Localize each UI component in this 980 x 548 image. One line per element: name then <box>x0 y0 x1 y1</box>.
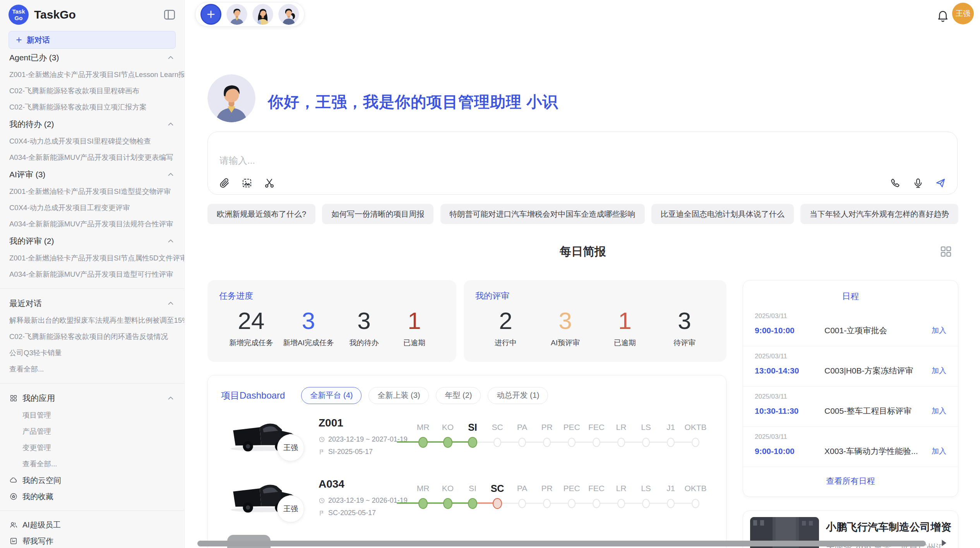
milestone-label: MR <box>417 483 430 493</box>
sidebar-section: Agent已办 (3) Z001-全新燃油皮卡产品开发项目SI节点Lesson … <box>0 49 184 115</box>
add-conversation-button[interactable] <box>200 4 221 25</box>
join-meeting-link[interactable]: 加入 <box>932 406 946 416</box>
suggestion-chip[interactable]: 欧洲新规最近颁布了什么? <box>207 204 315 224</box>
stat: 1 已逾期 <box>605 308 645 348</box>
screenshot-scissors-icon[interactable] <box>263 176 276 190</box>
dashboard-filter-chip[interactable]: 全新平台 (4) <box>301 387 362 404</box>
microphone-icon[interactable] <box>911 176 925 190</box>
schedule-time: 9:00-10:00 <box>755 447 824 456</box>
recent-section-header[interactable]: 最近对话 <box>0 295 184 312</box>
divider <box>0 383 184 384</box>
new-chat-label: 新对话 <box>27 35 50 45</box>
milestone-label: J1 <box>666 422 675 432</box>
milestone-dot <box>443 498 452 509</box>
schedule-meeting-title: X003-车辆动力学性能验... <box>824 446 932 457</box>
schedule-time: 10:30-11:30 <box>755 406 824 416</box>
sidebar-task-item[interactable]: Z001-全新燃油皮卡产品开发项目SI节点Lesson Learn报告 <box>0 67 184 83</box>
sidebar-task-item[interactable]: C0X4-动力总成开发项目SI里程碑提交物检查 <box>0 133 184 149</box>
sidebar-task-sections: Agent已办 (3) Z001-全新燃油皮卡产品开发项目SI节点Lesson … <box>0 49 184 283</box>
sidebar-collapse-button[interactable] <box>163 8 176 22</box>
stat-label: 我的待办 <box>344 338 384 348</box>
milestone-label: LR <box>616 483 627 493</box>
project-milestone-flag: SC-2025-05-17 <box>319 509 376 517</box>
notifications-bell-icon[interactable] <box>936 9 950 22</box>
stat: 3 新增AI完成任务 <box>283 308 334 348</box>
dashboard-filter-chip[interactable]: 动总开发 (1) <box>488 387 548 404</box>
avatar-woman-ponytail[interactable] <box>278 4 299 25</box>
sidebar-section-header[interactable]: AI评审 (3) <box>0 166 184 183</box>
recent-conversation-item[interactable]: 解释最新出台的欧盟报废车法规再生塑料比例被调至15%... <box>0 312 184 329</box>
app-link-item[interactable]: 项目管理 <box>0 407 184 423</box>
sidebar-section-header[interactable]: Agent已办 (3) <box>0 49 184 67</box>
app-link-item[interactable]: 产品管理 <box>0 423 184 440</box>
app-link-item[interactable]: 变更管理 <box>0 440 184 456</box>
avatar-woman-long-hair[interactable] <box>252 4 273 25</box>
user-avatar[interactable]: 王强 <box>952 3 974 24</box>
sidebar-task-item[interactable]: C0X4-动力总成开发项目工程变更评审 <box>0 200 184 216</box>
my-apps-section: 我的应用 项目管理产品管理变更管理查看全部... <box>0 389 184 472</box>
sidebar-tool-item[interactable]: AI超级员工 <box>0 517 184 533</box>
horizontal-scrollbar[interactable] <box>194 540 937 547</box>
sidebar-task-item[interactable]: C02-飞腾新能源轻客改款项目立项汇报方案 <box>0 99 184 115</box>
join-meeting-link[interactable]: 加入 <box>932 446 946 456</box>
voice-call-icon[interactable] <box>889 176 902 190</box>
milestone-dot <box>692 438 699 447</box>
milestone-dot <box>593 438 600 447</box>
dashboard-filter-chip[interactable]: 全新上装 (3) <box>368 387 429 404</box>
stat-label: 新增完成任务 <box>229 338 273 348</box>
sidebar-task-item[interactable]: A034-全新新能源MUV产品开发项目计划变更表编写 <box>0 149 184 166</box>
sidebar-section-header[interactable]: 我的待办 (2) <box>0 115 184 133</box>
avatar-man[interactable] <box>226 4 247 25</box>
insert-image-icon[interactable] <box>240 176 254 190</box>
join-meeting-link[interactable]: 加入 <box>932 325 946 336</box>
sidebar-task-item[interactable]: A034-全新新能源MUV产品开发项目造型可行性评审 <box>0 266 184 283</box>
suggestion-chip[interactable]: 当下年轻人对汽车外观有怎样的喜好趋势 <box>800 204 958 224</box>
sidebar-task-item[interactable]: A034-全新新能源MUV产品开发项目法规符合性评审 <box>0 216 184 232</box>
app-link-item[interactable]: 查看全部... <box>0 456 184 472</box>
sidebar-task-item[interactable]: Z001-全新燃油轻卡产品开发项目SI造型提交物评审 <box>0 183 184 200</box>
milestone-label: SC <box>491 483 504 493</box>
dashboard-filter-chip[interactable]: 年型 (2) <box>436 387 481 404</box>
chat-input[interactable] <box>219 154 839 178</box>
sidebar-task-item[interactable]: Z001-全新燃油轻卡产品开发项目SI节点属性5D文件评审 <box>0 250 184 266</box>
suggestion-chip[interactable]: 如何写一份清晰的项目周报 <box>322 204 433 224</box>
scroll-right-arrow-icon[interactable] <box>938 538 949 548</box>
schedule-item: 2025/03/11 10:30-11:30 C005-整车工程目标评审 加入 <box>743 387 958 427</box>
chevron-up-icon <box>166 394 175 402</box>
send-icon[interactable] <box>934 176 947 190</box>
stats-card: 我的评审 2 进行中 3 AI预评审 1 已逾期 3 待评审 <box>464 280 726 362</box>
milestone-label: PA <box>517 483 527 493</box>
attach-file-icon[interactable] <box>218 176 231 190</box>
project-code: Z001 <box>319 417 343 429</box>
suggestion-chip[interactable]: 比亚迪全固态电池计划具体说了什么 <box>651 204 794 224</box>
scrollbar-thumb[interactable] <box>197 541 926 546</box>
people-icon <box>9 521 18 529</box>
schedule-date: 2025/03/11 <box>755 353 946 360</box>
stat-label: 新增AI完成任务 <box>283 338 334 348</box>
milestone-dot <box>667 438 675 447</box>
recent-conversation-item[interactable]: C02-飞腾新能源轻客改款项目的闭环通告反馈情况 <box>0 329 184 345</box>
join-meeting-link[interactable]: 加入 <box>932 366 946 376</box>
milestone-label: SI <box>469 483 476 493</box>
sidebar-menu-item[interactable]: 我的云空间 <box>0 472 184 488</box>
suggestion-chip[interactable]: 特朗普可能对进口汽车增税会对中国车企造成哪些影响 <box>440 204 645 224</box>
milestone-dot <box>642 499 650 508</box>
stats-row: 任务进度 24 新增完成任务 3 新增AI完成任务 3 我的待办 1 已逾期 我… <box>207 280 726 362</box>
milestone-dot <box>493 438 501 447</box>
sidebar-task-item[interactable]: C02-飞腾新能源轻客改款项目里程碑画布 <box>0 83 184 99</box>
stat-value: 3 <box>664 308 705 333</box>
recent-conversation-item[interactable]: 公司Q3轻卡销量 <box>0 345 184 361</box>
sidebar-menu-label: 我的云空间 <box>22 475 61 486</box>
sidebar-tool-item[interactable]: 帮我写作 <box>0 533 184 548</box>
view-all-conversations-link[interactable]: 查看全部... <box>0 361 184 377</box>
milestone-label: FEC <box>588 483 605 493</box>
view-all-schedule-link[interactable]: 查看所有日程 <box>743 476 958 486</box>
project-owner-badge: 王强 <box>277 434 304 461</box>
new-chat-button[interactable]: 新对话 <box>9 31 176 49</box>
my-apps-header[interactable]: 我的应用 <box>0 389 184 407</box>
layout-grid-icon[interactable] <box>939 245 953 259</box>
project-row[interactable]: 王强 A034 2023-12-19 ~ 2026-01-19 SC-2025-… <box>208 468 726 529</box>
sidebar-section-header[interactable]: 我的评审 (2) <box>0 232 184 250</box>
sidebar-menu-item[interactable]: 我的收藏 <box>0 488 184 505</box>
project-row[interactable]: 王强 Z001 2023-12-19 ~ 2027-01-19 SI-2025-… <box>208 407 726 468</box>
